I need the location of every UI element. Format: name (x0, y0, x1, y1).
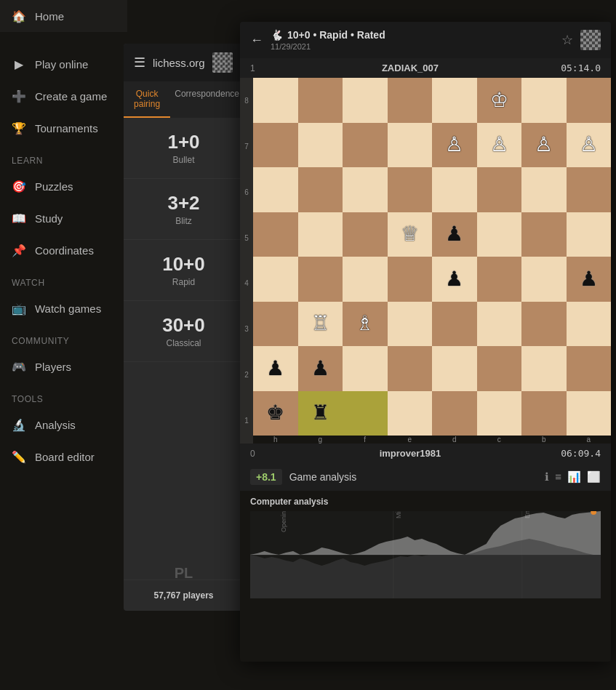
board-square[interactable]: ♙ (521, 123, 567, 168)
board-square[interactable] (298, 167, 343, 212)
board-square[interactable] (477, 167, 522, 212)
plus-icon: ➕ (12, 89, 26, 103)
board-square[interactable] (521, 212, 567, 257)
board-square[interactable] (388, 123, 433, 168)
board-square[interactable] (298, 78, 343, 123)
board-square[interactable]: ♟ (253, 346, 298, 391)
board-square[interactable] (253, 302, 298, 347)
board-square[interactable] (521, 391, 567, 436)
share-icon[interactable]: ⬜ (587, 470, 601, 484)
trophy-icon: 🏆 (12, 121, 26, 135)
board-square[interactable] (253, 257, 298, 302)
board-square[interactable]: ♟ (432, 212, 477, 257)
sidebar-item-puzzles[interactable]: 🎯 Puzzles (0, 170, 127, 202)
board-square[interactable]: ♖ (298, 302, 343, 347)
board-square[interactable] (343, 78, 388, 123)
board-square[interactable] (343, 212, 388, 257)
board-square[interactable]: ♟ (567, 257, 612, 302)
board-square[interactable] (477, 212, 522, 257)
pairing-bullet[interactable]: 1+0 Bullet (124, 118, 244, 179)
board-square[interactable] (253, 78, 298, 123)
board-square[interactable] (343, 391, 388, 436)
board-square[interactable] (477, 302, 522, 347)
board-square[interactable] (521, 257, 567, 302)
board-square[interactable] (567, 78, 612, 123)
bullet-name: Bullet (131, 155, 236, 165)
board-square[interactable]: ♟ (432, 257, 477, 302)
board-square[interactable] (432, 302, 477, 347)
board-square[interactable]: ♕ (388, 212, 433, 257)
qp-tabs: Quick pairing Correspondence (124, 81, 244, 118)
board-square[interactable] (343, 123, 388, 168)
board-square[interactable]: ♟ (298, 346, 343, 391)
board-square[interactable]: ♜ (298, 391, 343, 436)
hamburger-icon[interactable]: ☰ (134, 55, 145, 71)
board-square[interactable]: ♗ (343, 302, 388, 347)
tab-correspondence[interactable]: Correspondence (170, 81, 244, 118)
analysis-chart: Opening Middlegame Endgame (250, 511, 601, 598)
board-square[interactable] (432, 167, 477, 212)
board-square[interactable] (567, 167, 612, 212)
sidebar-item-watch-games[interactable]: 📺 Watch games (0, 292, 127, 324)
board-square[interactable] (521, 346, 567, 391)
board-square[interactable] (432, 391, 477, 436)
sidebar-item-coordinates[interactable]: 📌 Coordinates (0, 234, 127, 266)
board-square[interactable] (567, 212, 612, 257)
board-square[interactable] (477, 257, 522, 302)
board-square[interactable] (521, 167, 567, 212)
board-square[interactable] (388, 346, 433, 391)
board-square[interactable] (432, 78, 477, 123)
chart-icon[interactable]: 📊 (567, 470, 581, 484)
pairing-blitz[interactable]: 3+2 Blitz (124, 179, 244, 240)
board-square[interactable] (343, 257, 388, 302)
board-square[interactable] (432, 346, 477, 391)
board-square[interactable] (298, 212, 343, 257)
board-square[interactable]: ♔ (477, 78, 522, 123)
board-square[interactable] (253, 123, 298, 168)
back-button[interactable]: ← (250, 33, 263, 48)
board-square[interactable]: ♙ (432, 123, 477, 168)
board-square[interactable] (567, 302, 612, 347)
board-square[interactable] (521, 78, 567, 123)
board-square[interactable] (567, 346, 612, 391)
board-square[interactable] (388, 78, 433, 123)
sidebar-item-create-game[interactable]: ➕ Create a game (0, 80, 127, 112)
board-square[interactable] (388, 257, 433, 302)
sidebar-item-players[interactable]: 🎮 Players (0, 350, 127, 382)
tab-quick-pairing[interactable]: Quick pairing (124, 81, 170, 118)
sidebar-label-puzzles: Puzzles (35, 180, 73, 193)
board-square[interactable] (388, 391, 433, 436)
sidebar-label-study: Study (35, 212, 63, 225)
pairing-rapid[interactable]: 10+0 Rapid (124, 240, 244, 301)
board-square[interactable] (477, 391, 522, 436)
sidebar-item-home[interactable]: 🏠 Home (0, 0, 127, 32)
list-icon[interactable]: ≡ (555, 470, 561, 484)
chess-board[interactable]: ♔♙♙♙♙♕♟♟♟♖♗♟♟♚♜ (253, 78, 611, 436)
sidebar-item-tournaments[interactable]: 🏆 Tournaments (0, 112, 127, 144)
white-player-bar: 1 ZADIAK_007 05:14.0 (240, 58, 611, 78)
sidebar-item-board-editor[interactable]: ✏️ Board editor (0, 441, 127, 473)
board-square[interactable] (298, 257, 343, 302)
board-square[interactable] (253, 167, 298, 212)
sidebar-item-study[interactable]: 📖 Study (0, 202, 127, 234)
sidebar-item-play-online[interactable]: ▶ Play online (0, 48, 127, 80)
sidebar: 🏠 Home ▶ Play online ➕ Create a game 🏆 T… (0, 0, 127, 690)
board-square[interactable]: ♙ (567, 123, 612, 168)
rapid-time: 10+0 (131, 253, 236, 276)
board-square[interactable] (388, 302, 433, 347)
rank-3: 3 (240, 306, 253, 352)
board-square[interactable] (343, 346, 388, 391)
board-square[interactable]: ♚ (253, 391, 298, 436)
board-square[interactable] (477, 346, 522, 391)
board-square[interactable] (253, 212, 298, 257)
sidebar-item-analysis[interactable]: 🔬 Analysis (0, 409, 127, 441)
board-square[interactable]: ♙ (477, 123, 522, 168)
pairing-classical[interactable]: 30+0 Classical (124, 301, 244, 362)
board-square[interactable] (521, 302, 567, 347)
board-square[interactable] (388, 167, 433, 212)
info-icon[interactable]: ℹ (545, 470, 549, 484)
board-square[interactable] (298, 123, 343, 168)
board-square[interactable] (343, 167, 388, 212)
favorite-button[interactable]: ☆ (561, 32, 573, 48)
board-square[interactable] (567, 391, 612, 436)
